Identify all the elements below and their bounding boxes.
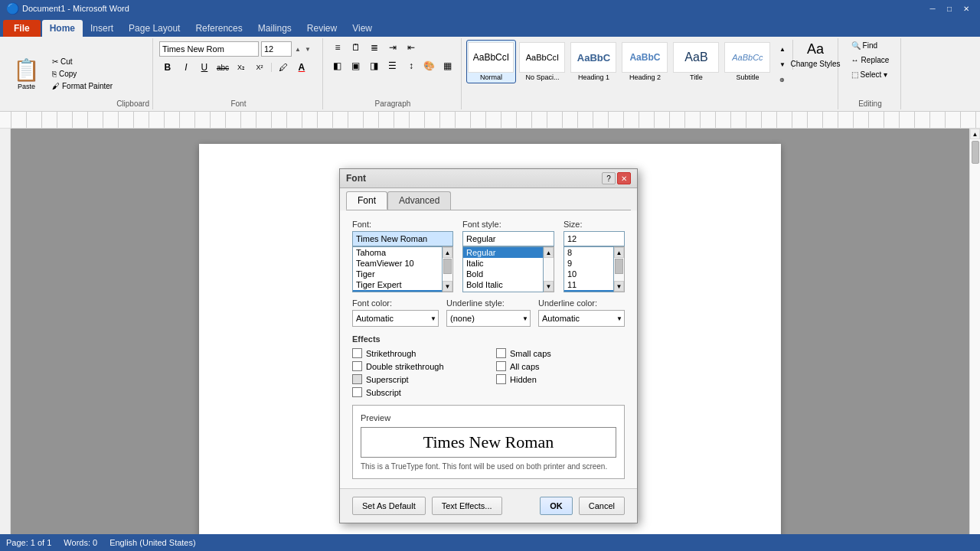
style-no-spacing[interactable]: AaBbCcI No Spaci... [518,40,567,83]
size-item-10[interactable]: 10 [564,269,613,279]
size-scroll-up[interactable]: ▲ [614,247,624,258]
modal-close-button[interactable]: ✕ [617,172,631,184]
font-list-scrollbar[interactable]: ▲ ▼ [443,246,453,292]
style-scroll-down[interactable]: ▼ [544,281,554,292]
style-subtitle[interactable]: AaBbCc Subtitle [723,40,773,83]
tab-insert[interactable]: Insert [83,20,121,37]
style-heading1[interactable]: AaBbC Heading 1 [569,40,619,83]
font-size-up-button[interactable]: ▲ [294,45,302,54]
font-scroll-thumb[interactable] [443,259,452,274]
align-center-button[interactable]: ▣ [348,58,364,73]
tab-references[interactable]: References [188,20,250,37]
font-style-field[interactable] [462,231,554,246]
minimize-button[interactable]: ─ [925,2,940,15]
change-styles-button[interactable]: Aa Change Styles [796,40,835,70]
all-caps-item[interactable]: All caps [496,361,625,371]
select-button[interactable]: ⬚ Select ▾ [848,69,892,80]
italic-button[interactable]: I [178,60,194,75]
borders-button[interactable]: ▦ [439,58,456,73]
font-size-down-button[interactable]: ▼ [304,45,312,54]
modal-tab-advanced[interactable]: Advanced [387,191,451,210]
font-list[interactable]: Tahoma TeamViewer 10 Tiger Tiger Expert … [352,246,443,292]
shading-button[interactable]: 🎨 [421,58,438,73]
size-item-9[interactable]: 9 [564,258,613,269]
superscript-button[interactable]: X² [251,60,268,75]
double-strikethrough-item[interactable]: Double strikethrough [352,361,481,371]
subscript-checkbox[interactable] [352,387,362,397]
hidden-checkbox[interactable] [496,374,506,384]
modal-help-button[interactable]: ? [602,172,616,184]
numbered-list-button[interactable]: 🗒 [348,40,364,55]
paste-button[interactable]: 📋 Paste [6,40,47,108]
styles-scroll-down[interactable]: ▼ [774,57,791,72]
find-button[interactable]: 🔍 Find [848,40,881,51]
bullets-button[interactable]: ≡ [329,40,346,55]
small-caps-checkbox[interactable] [496,348,506,358]
style-normal[interactable]: AaBbCcI Normal [466,40,516,83]
tab-home[interactable]: Home [42,20,83,37]
text-effects-button[interactable]: Text Effects... [432,497,502,515]
size-item-8[interactable]: 8 [564,247,613,258]
underline-color-select[interactable]: Automatic ▼ [538,310,625,327]
decrease-indent-button[interactable]: ⇤ [403,40,420,55]
subscript-button[interactable]: X₂ [233,60,250,75]
size-scroll-track[interactable] [614,258,624,281]
style-item-bold-italic[interactable]: Bold Italic [463,279,543,290]
replace-button[interactable]: ↔ Replace [848,54,893,66]
font-scroll-track[interactable] [443,258,452,281]
align-left-button[interactable]: ◧ [329,58,346,73]
style-title[interactable]: AaB Title [671,40,721,83]
hidden-item[interactable]: Hidden [496,374,625,384]
text-color-button[interactable]: A [293,60,310,75]
bold-button[interactable]: B [159,60,176,75]
size-item-11[interactable]: 11 [564,279,613,290]
tab-mailings[interactable]: Mailings [250,20,299,37]
font-name-field[interactable] [352,231,453,246]
size-scroll-down[interactable]: ▼ [614,281,624,292]
style-scroll-track[interactable] [544,258,554,281]
tab-file[interactable]: File [3,20,41,37]
font-item-teamviewer[interactable]: TeamViewer 10 [353,258,442,269]
styles-more-button[interactable]: ⊕ [774,72,791,87]
set-default-button[interactable]: Set As Default [352,497,426,515]
superscript-checkbox[interactable] [352,374,362,384]
tab-page-layout[interactable]: Page Layout [121,20,188,37]
font-name-input[interactable] [159,41,259,57]
scroll-up-arrow[interactable]: ▲ [970,129,980,139]
subscript-item[interactable]: Subscript [352,387,481,397]
font-scroll-up[interactable]: ▲ [443,247,452,258]
justify-button[interactable]: ☰ [384,58,401,73]
strikethrough-button[interactable]: abc [214,60,231,75]
copy-button[interactable]: ⎘ Copy [48,68,116,80]
style-item-regular[interactable]: Regular [463,247,543,258]
font-item-tahoma[interactable]: Tahoma [353,247,442,258]
styles-scroll-up[interactable]: ▲ [774,41,791,57]
scroll-track[interactable] [970,139,980,551]
style-item-italic[interactable]: Italic [463,258,543,269]
font-item-times-new-roman[interactable]: Times New Roman [353,290,442,292]
font-item-tiger[interactable]: Tiger [353,269,442,279]
font-scroll-down[interactable]: ▼ [443,281,452,292]
tab-review[interactable]: Review [299,20,345,37]
style-heading2[interactable]: AaBbC Heading 2 [620,40,670,83]
all-caps-checkbox[interactable] [496,361,506,371]
font-size-field[interactable] [564,231,625,246]
close-button[interactable]: ✕ [959,2,974,15]
size-scroll-thumb[interactable] [615,259,623,274]
underline-style-select[interactable]: (none) ▼ [446,310,531,327]
text-highlight-button[interactable]: 🖊 [275,60,292,75]
style-list-scrollbar[interactable]: ▲ ▼ [544,246,554,292]
strikethrough-checkbox[interactable] [352,348,362,358]
font-color-select[interactable]: Automatic ▼ [352,310,439,327]
ok-button[interactable]: OK [540,497,573,515]
underline-button[interactable]: U [196,60,213,75]
scroll-thumb[interactable] [972,141,979,164]
cancel-button[interactable]: Cancel [579,497,625,515]
small-caps-item[interactable]: Small caps [496,348,625,358]
strikethrough-item[interactable]: Strikethrough [352,348,481,358]
tab-view[interactable]: View [345,20,380,37]
style-list[interactable]: Regular Italic Bold Bold Italic [462,246,544,292]
line-spacing-button[interactable]: ↕ [403,58,420,73]
double-strikethrough-checkbox[interactable] [352,361,362,371]
size-list[interactable]: 8 9 10 11 12 [564,246,614,292]
